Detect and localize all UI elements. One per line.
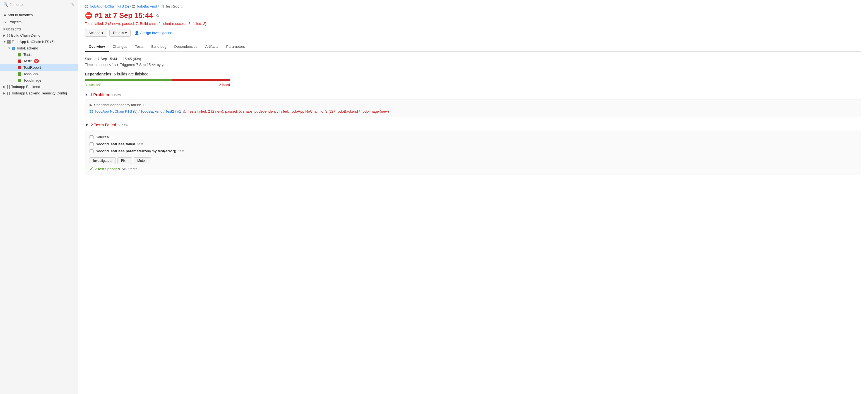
sidebar-item-testreport[interactable]: TestReport: [0, 64, 78, 71]
tab-dependencies[interactable]: Dependencies: [170, 42, 201, 52]
tests-passed-sub: All 9 tests: [122, 167, 137, 171]
search-input[interactable]: [10, 2, 69, 7]
sidebar-item-todoapp-nochain[interactable]: ▼ TodoApp NoChain KTS (5): [0, 38, 78, 45]
problems-header[interactable]: ▼ 1 Problem 1 new: [85, 92, 861, 97]
mute-button[interactable]: Mute...: [134, 157, 151, 164]
details-button[interactable]: Details ▾: [110, 29, 131, 37]
assign-investigation-button[interactable]: 👤 Assign investigation...: [133, 30, 177, 36]
select-all-checkbox[interactable]: [90, 135, 93, 139]
all-projects-item[interactable]: All Projects: [0, 19, 78, 25]
breadcrumb: TodoApp NoChain KTS (5) / TodoBackend / …: [85, 4, 861, 8]
sidebar-item-todoimage[interactable]: TodoImage: [0, 77, 78, 84]
dep-successful-label: 3 successful: [85, 83, 103, 87]
problem-path: TodoApp NoChain KTS (5) / TodoBackend / …: [95, 109, 181, 113]
actions-button[interactable]: Actions ▾: [85, 29, 107, 37]
add-to-favorites[interactable]: ★ Add to favorites...: [0, 11, 78, 19]
projects-section-label: PROJECTS: [0, 25, 78, 32]
problem-error-text: Tests failed: 2 (2 new), passed: 5; snap…: [188, 109, 389, 113]
sidebar-item-label: TodoApp NoChain KTS (5): [12, 40, 55, 44]
test2-name: SecondTestCase.parameterized(my test(err…: [96, 149, 176, 153]
search-icon: 🔍: [3, 2, 8, 7]
check-green-icon: ✓: [90, 166, 93, 172]
breadcrumb-todoapp-link[interactable]: TodoApp NoChain KTS (5): [89, 4, 129, 8]
problems-new-count: 1 new: [111, 93, 121, 97]
favorites-label: ★ Add to favorites...: [3, 13, 36, 17]
problems-title: 1 Problem: [90, 92, 109, 97]
main-content: TodoApp NoChain KTS (5) / TodoBackend / …: [78, 0, 868, 394]
bc-grid-icon2: [132, 5, 135, 8]
breadcrumb-sep1: /: [130, 4, 131, 8]
investigate-button[interactable]: Investigate...: [90, 157, 116, 164]
sidebar-item-test1[interactable]: Test1: [0, 51, 78, 58]
sidebar-item-label: Todoapp Backend: [11, 85, 40, 89]
details-btn-label: Details: [113, 31, 124, 35]
test2-type: test: [179, 149, 184, 153]
sidebar-item-label: Build Chain Demo: [11, 33, 40, 37]
test-red-icon: [18, 66, 21, 69]
test2-badge: !2: [34, 59, 39, 63]
problem-card: ▶ Snapshot dependency failure 1 TodoApp …: [85, 99, 861, 117]
tests-chevron-icon: ▼: [85, 123, 88, 127]
test1-checkbox[interactable]: [90, 142, 93, 146]
star-button[interactable]: ☆: [155, 12, 160, 19]
chevron-right-icon: ▶: [3, 92, 6, 95]
test1-type: test: [137, 142, 143, 146]
select-all-row[interactable]: Select all: [90, 134, 857, 141]
test-red-icon: [18, 59, 21, 63]
tab-changes[interactable]: Changes: [109, 42, 131, 52]
queue-dropdown[interactable]: ▾: [117, 63, 119, 67]
problem-sub-title: Snapshot dependency failure: [94, 103, 141, 107]
tests-new-count: 2 new: [118, 123, 128, 127]
bc-grid-icon: [85, 5, 88, 8]
sidebar-item-label: Todoapp Backend Teamcity Config: [11, 91, 67, 95]
chevron-down-icon: ▼: [8, 47, 10, 50]
test1-name: SecondTestCase.failed: [96, 142, 135, 146]
progress-fail: [172, 79, 230, 81]
fix-button[interactable]: Fix...: [118, 157, 132, 164]
tabs-bar: Overview Changes Tests Build Log Depende…: [85, 42, 861, 52]
build-title-row: ⛔ #1 at 7 Sep 15:44 ☆: [85, 11, 861, 20]
select-all-label: Select all: [96, 135, 111, 139]
test-green-icon: [18, 53, 21, 56]
sidebar-item-build-chain-demo[interactable]: ▶ Build Chain Demo: [0, 32, 78, 38]
tests-failed-section: ▼ 2 Tests Failed 2 new Select all Second…: [85, 123, 861, 175]
breadcrumb-sep2: /: [158, 4, 159, 8]
sidebar-item-test2[interactable]: Test2 !2: [0, 58, 78, 64]
sidebar-item-todobackend[interactable]: ▼ TodoBackend: [0, 45, 78, 51]
sidebar-item-label: TodoApp: [24, 72, 38, 76]
sidebar-item-todoapp[interactable]: TodoApp: [0, 71, 78, 77]
test-row-2[interactable]: SecondTestCase.parameterized(my test(err…: [90, 147, 857, 154]
sidebar-nav: ★ Add to favorites... All Projects PROJE…: [0, 9, 78, 98]
actions-chevron-icon: ▾: [101, 31, 103, 35]
queue-text: Time in queue < 1s: [85, 63, 116, 67]
sidebar: 🔍 ⌘ ★ Add to favorites... All Projects P…: [0, 0, 78, 394]
sidebar-item-label: TodoImage: [24, 78, 41, 82]
search-bar[interactable]: 🔍 ⌘: [0, 0, 78, 9]
test-green-icon: [18, 79, 21, 82]
test-actions-row: Investigate... Fix... Mute...: [90, 157, 857, 164]
tab-tests[interactable]: Tests: [131, 42, 147, 52]
assign-person-icon: 👤: [134, 31, 139, 35]
progress-bar: [85, 79, 230, 81]
tests-passed-label: 7 tests passed: [95, 167, 120, 171]
tab-build-log[interactable]: Build Log: [147, 42, 170, 52]
tests-header[interactable]: ▼ 2 Tests Failed 2 new: [85, 123, 861, 127]
tab-overview[interactable]: Overview: [85, 42, 109, 52]
action-bar: Actions ▾ Details ▾ 👤 Assign investigati…: [85, 29, 861, 37]
test-row-1[interactable]: SecondTestCase.failed test: [90, 141, 857, 147]
sidebar-item-todoapp-backend-teamcity[interactable]: ▶ Todoapp Backend Teamcity Config: [0, 90, 78, 96]
build-subtitle: Tests failed: 2 (2 new), passed: 7; Buil…: [85, 22, 861, 26]
started-text: Started 7 Sep 15:44 — 15:45 (43s): [85, 57, 141, 61]
sidebar-item-label: Test2: [24, 59, 32, 63]
tab-artifacts[interactable]: Artifacts: [202, 42, 222, 52]
dep-count: 5 builds are finished: [114, 72, 149, 76]
bc-report-icon: 📋: [160, 4, 164, 8]
test-green-icon: [18, 73, 21, 76]
sidebar-item-todoapp-backend[interactable]: ▶ Todoapp Backend: [0, 84, 78, 90]
breadcrumb-todobackend-link[interactable]: TodoBackend: [136, 4, 157, 8]
tab-parameters[interactable]: Parameters: [222, 42, 249, 52]
error-icon: ⛔: [85, 12, 92, 19]
problem-path-link[interactable]: TodoApp NoChain KTS (5) / TodoBackend / …: [95, 109, 181, 113]
test2-checkbox[interactable]: [90, 149, 93, 153]
problem-error-icon: ⚠: [183, 109, 186, 113]
